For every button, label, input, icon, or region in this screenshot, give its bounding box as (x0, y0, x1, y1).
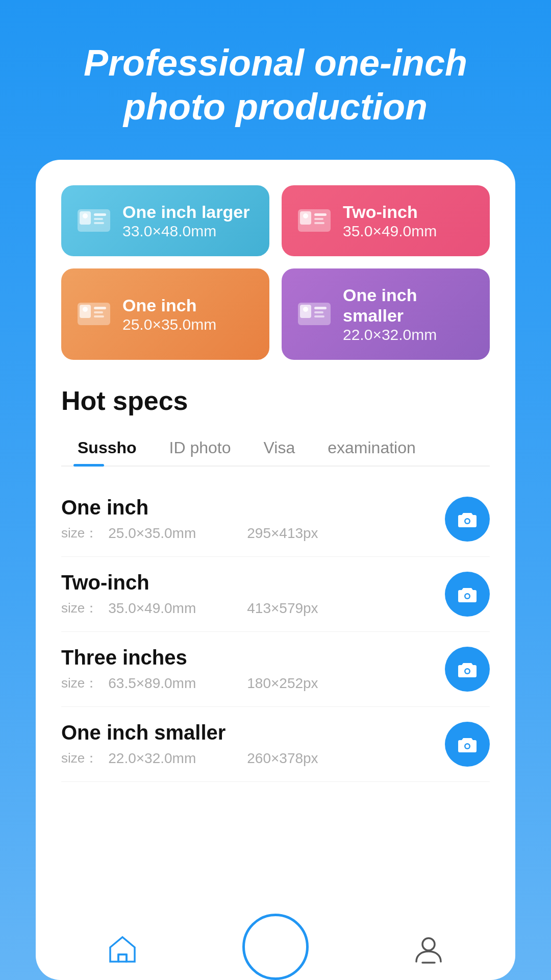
camera-button-three-inches[interactable] (445, 647, 490, 692)
tile-one-inch-name: One inch (122, 295, 216, 316)
tab-visa[interactable]: Visa (247, 430, 312, 465)
home-button[interactable] (102, 929, 143, 970)
svg-point-31 (466, 745, 469, 748)
main-card: One inch larger 33.0×48.0mm Two-inch 35.… (36, 160, 515, 980)
photo-grid: One inch larger 33.0×48.0mm Two-inch 35.… (61, 185, 490, 360)
svg-rect-15 (94, 307, 106, 309)
spec-two-inch-label: size： (61, 599, 98, 617)
id-card-icon-pink (296, 202, 333, 239)
svg-rect-21 (314, 307, 327, 309)
spec-two-inch-px: 413×579px (247, 600, 318, 617)
tile-two-inch[interactable]: Two-inch 35.0×49.0mm (282, 185, 490, 256)
svg-point-33 (422, 938, 435, 950)
svg-rect-32 (118, 954, 127, 962)
spec-one-inch-smaller-name: One inch smaller (61, 721, 445, 744)
bottom-nav (61, 919, 490, 980)
svg-point-29 (466, 670, 469, 673)
spec-one-inch-name: One inch (61, 496, 445, 519)
svg-rect-22 (314, 311, 323, 313)
svg-rect-5 (94, 222, 104, 224)
svg-rect-16 (94, 311, 103, 313)
svg-point-25 (466, 520, 469, 523)
id-card-icon-blue (76, 202, 112, 239)
spec-two-inch-name: Two-inch (61, 571, 445, 594)
svg-point-2 (83, 213, 88, 218)
spec-two-inch-mm: 35.0×49.0mm (108, 600, 196, 617)
svg-rect-4 (94, 218, 103, 220)
svg-rect-23 (314, 315, 324, 317)
svg-point-27 (466, 595, 469, 598)
tile-two-inch-size: 35.0×49.0mm (343, 223, 437, 240)
id-card-icon-purple (296, 296, 333, 332)
svg-rect-17 (94, 315, 104, 317)
spec-one-inch-label: size： (61, 524, 98, 542)
tab-sussho[interactable]: Sussho (61, 430, 153, 465)
tile-two-inch-name: Two-inch (343, 202, 437, 223)
svg-point-20 (303, 307, 308, 312)
tile-one-inch[interactable]: One inch 25.0×35.0mm (61, 268, 269, 360)
tabs-bar: Sussho ID photo Visa examination (61, 430, 490, 467)
spec-one-inch-smaller-px: 260×378px (247, 750, 318, 767)
tile-one-inch-smaller-size: 22.0×32.0mm (343, 326, 475, 344)
spec-item-one-inch-smaller: One inch smaller size： 22.0×32.0mm 260×3… (61, 707, 490, 782)
page-title: Professional one-inch photo production (43, 0, 508, 160)
tile-one-inch-larger-size: 33.0×48.0mm (122, 223, 249, 240)
spec-three-inches-label: size： (61, 674, 98, 692)
spec-one-inch-smaller-label: size： (61, 749, 98, 767)
tile-one-inch-smaller-name: One inch smaller (343, 285, 475, 327)
camera-button-two-inch[interactable] (445, 572, 490, 617)
tab-id-photo[interactable]: ID photo (153, 430, 247, 465)
spec-item-three-inches: Three inches size： 63.5×89.0mm 180×252px (61, 632, 490, 707)
spec-three-inches-px: 180×252px (247, 675, 318, 692)
tile-one-inch-smaller[interactable]: One inch smaller 22.0×32.0mm (282, 268, 490, 360)
svg-point-8 (303, 213, 308, 218)
camera-button-one-inch[interactable] (445, 497, 490, 542)
spec-one-inch-px: 295×413px (247, 525, 318, 542)
spec-one-inch-smaller-mm: 22.0×32.0mm (108, 750, 196, 767)
tile-one-inch-larger-name: One inch larger (122, 202, 249, 223)
tile-one-inch-size: 25.0×35.0mm (122, 316, 216, 333)
spec-item-two-inch: Two-inch size： 35.0×49.0mm 413×579px (61, 557, 490, 632)
id-card-icon-orange (76, 296, 112, 332)
tile-one-inch-larger[interactable]: One inch larger 33.0×48.0mm (61, 185, 269, 256)
profile-button[interactable] (408, 929, 449, 970)
hot-specs-title: Hot specs (61, 385, 490, 416)
spec-one-inch-mm: 25.0×35.0mm (108, 525, 196, 542)
shutter-button[interactable] (242, 914, 309, 980)
svg-point-14 (83, 307, 88, 312)
camera-button-one-inch-smaller[interactable] (445, 722, 490, 767)
svg-rect-10 (314, 218, 323, 220)
svg-rect-3 (94, 213, 106, 216)
svg-rect-11 (314, 222, 324, 224)
spec-item-one-inch: One inch size： 25.0×35.0mm 295×413px (61, 482, 490, 557)
svg-rect-9 (314, 213, 327, 216)
spec-list: One inch size： 25.0×35.0mm 295×413px Two… (61, 482, 490, 919)
tab-examination[interactable]: examination (311, 430, 432, 465)
spec-three-inches-name: Three inches (61, 646, 445, 669)
spec-three-inches-mm: 63.5×89.0mm (108, 675, 196, 692)
